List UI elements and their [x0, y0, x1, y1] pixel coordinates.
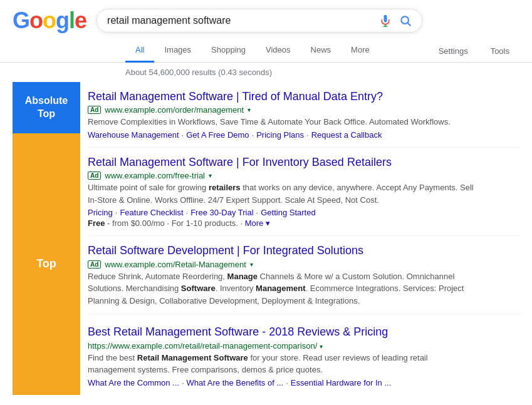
- search-icons: [379, 14, 412, 27]
- url-arrow-2: ▾: [209, 172, 212, 179]
- sitelink-2[interactable]: What Are the Benefits of ...: [187, 378, 284, 387]
- google-logo: Google: [13, 8, 86, 34]
- nav-right: Settings Tools: [429, 40, 532, 61]
- url-arrow-3: ▾: [250, 261, 253, 268]
- search-bar[interactable]: [96, 9, 422, 33]
- ad-3-title[interactable]: Retail Software Development | For Integr…: [88, 244, 519, 258]
- top-label: Top: [13, 133, 80, 395]
- results-count: About 54,600,000 results (0.43 seconds): [0, 63, 532, 82]
- ad-result-3: Retail Software Development | For Integr…: [88, 236, 519, 315]
- search-icon[interactable]: [399, 14, 412, 27]
- ad-2-links: Pricing · Feature Checklist · Free 30-Da…: [88, 208, 519, 217]
- url-arrow-1: ▾: [248, 106, 251, 113]
- absolute-top-label: Absolute Top: [13, 82, 80, 133]
- organic-1-url: https://www.example.com/retail/retail-ma…: [88, 341, 519, 351]
- ad-badge-2: Ad: [88, 172, 101, 180]
- logo-l: l: [69, 8, 75, 33]
- tab-news[interactable]: News: [301, 39, 342, 63]
- svg-line-3: [408, 23, 411, 26]
- position-labels: Absolute Top Top: [13, 82, 80, 395]
- ad-2-link-4[interactable]: Getting Started: [261, 208, 315, 217]
- results-area: Retail Management Software | Tired of Ma…: [80, 82, 519, 395]
- tab-settings[interactable]: Settings: [429, 40, 478, 62]
- ad-2-url-row: Ad www.example.com/free-trial ▾: [88, 171, 519, 180]
- ad-2-more-link[interactable]: More ▾: [245, 218, 270, 228]
- ad-result-1: Retail Management Software | Tired of Ma…: [88, 82, 519, 148]
- logo-g: G: [13, 8, 29, 33]
- tab-all[interactable]: All: [125, 39, 154, 63]
- ad-2-desc: Ultimate point of sale for growing retai…: [88, 182, 476, 206]
- ad-2-title[interactable]: Retail Management Software | For Invento…: [88, 155, 519, 170]
- sitelink-3[interactable]: Essential Hardware for In ...: [291, 378, 391, 387]
- ad-2-link-3[interactable]: Free 30-Day Trial: [190, 208, 253, 217]
- ad-badge-3: Ad: [88, 260, 101, 269]
- organic-1-desc: Find the best Retail Management Software…: [88, 352, 476, 376]
- logo-o2: o: [43, 8, 56, 33]
- ad-1-link-4[interactable]: Request a Callback: [311, 130, 382, 140]
- logo-e: e: [75, 8, 86, 33]
- sitelink-1[interactable]: What Are the Common ...: [88, 378, 179, 387]
- ad-1-link-2[interactable]: Get A Free Demo: [186, 130, 249, 140]
- ad-3-desc: Reduce Shrink, Automate Reordering, Mana…: [88, 270, 476, 307]
- tab-shopping[interactable]: Shopping: [201, 39, 256, 63]
- organic-url-arrow: ▾: [320, 343, 323, 350]
- logo-o1: o: [29, 8, 43, 33]
- microphone-icon[interactable]: [379, 14, 392, 27]
- tab-images[interactable]: Images: [154, 39, 201, 63]
- organic-1-title[interactable]: Best Retail Management Software - 2018 R…: [88, 325, 519, 339]
- header: Google: [0, 0, 532, 34]
- ad-badge-1: Ad: [88, 106, 101, 114]
- tab-tools[interactable]: Tools: [481, 40, 519, 62]
- organic-1-sitelinks: What Are the Common ... · What Are the B…: [88, 378, 519, 387]
- ad-2-free-line: Free - from $0.00/mo · For 1-10 products…: [88, 218, 519, 228]
- ad-1-desc: Remove Complexities in Workflows, Save T…: [88, 116, 476, 128]
- ad-1-links: Warehouse Management · Get A Free Demo ·…: [88, 130, 519, 140]
- ad-2-link-2[interactable]: Feature Checklist: [120, 208, 183, 217]
- ad-2-url: www.example.com/free-trial: [105, 171, 205, 180]
- tab-videos[interactable]: Videos: [256, 39, 301, 63]
- ad-1-link-1[interactable]: Warehouse Management: [88, 130, 179, 140]
- ad-3-url: www.example.com/Retail-Management: [105, 260, 246, 269]
- ad-result-2: Retail Management Software | For Invento…: [88, 148, 519, 236]
- ad-3-url-row: Ad www.example.com/Retail-Management ▾: [88, 260, 519, 269]
- search-input[interactable]: [107, 15, 379, 26]
- nav-tabs: All Images Shopping Videos News More Set…: [0, 34, 532, 63]
- organic-result-1: Best Retail Management Software - 2018 R…: [88, 317, 519, 394]
- ad-2-link-1[interactable]: Pricing: [88, 208, 113, 217]
- ad-1-title[interactable]: Retail Management Software | Tired of Ma…: [88, 90, 519, 104]
- ad-1-url-row: Ad www.example.com/order/management ▾: [88, 105, 519, 115]
- logo-g2: g: [56, 8, 69, 33]
- svg-point-2: [401, 16, 409, 24]
- ad-1-url: www.example.com/order/management: [105, 105, 244, 115]
- ad-1-link-3[interactable]: Pricing Plans: [256, 130, 304, 140]
- tab-more[interactable]: More: [341, 39, 380, 63]
